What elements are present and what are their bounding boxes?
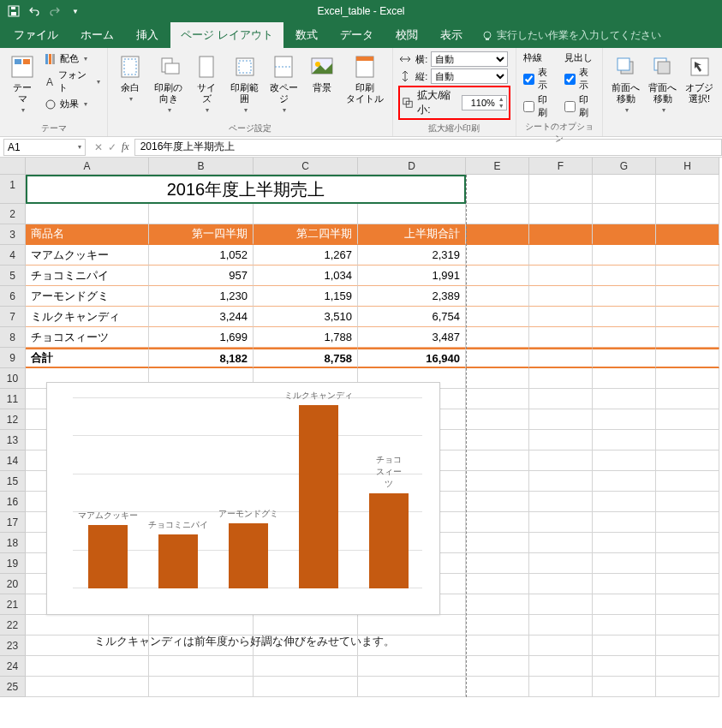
cell[interactable]: 1,052 <box>149 245 254 266</box>
cell[interactable] <box>656 327 719 348</box>
cell[interactable] <box>656 594 719 615</box>
cell[interactable] <box>466 286 529 307</box>
selection-pane-button[interactable]: オブジ 選択! <box>682 51 717 136</box>
headings-print-checkbox[interactable]: 印刷 <box>564 93 595 119</box>
cell[interactable] <box>593 451 656 471</box>
cell[interactable] <box>656 430 719 451</box>
cell[interactable] <box>26 204 149 224</box>
cell[interactable] <box>593 245 656 266</box>
cell[interactable] <box>466 307 529 327</box>
bring-forward-button[interactable]: 前面へ 移動▾ <box>608 51 643 136</box>
cell[interactable] <box>656 512 719 533</box>
cell[interactable] <box>529 594 593 615</box>
cell[interactable] <box>593 574 656 594</box>
cell[interactable]: 1,034 <box>254 266 358 286</box>
row-header[interactable]: 23 <box>0 636 26 656</box>
tab-insert[interactable]: 挿入 <box>126 22 169 48</box>
row-header[interactable]: 22 <box>0 615 26 636</box>
cell[interactable] <box>656 286 719 307</box>
cell[interactable] <box>593 594 656 615</box>
cell[interactable] <box>593 368 656 389</box>
cell[interactable] <box>593 471 656 492</box>
qat-dropdown-icon[interactable]: ▼ <box>69 4 82 18</box>
cell[interactable] <box>149 677 254 697</box>
title-cell[interactable]: 2016年度上半期売上 <box>26 175 466 204</box>
cell[interactable] <box>593 677 656 697</box>
cell[interactable] <box>358 656 466 677</box>
cell[interactable] <box>466 368 529 389</box>
gridlines-print-checkbox[interactable]: 印刷 <box>523 93 554 119</box>
cell[interactable] <box>656 677 719 697</box>
column-header[interactable]: D <box>358 158 466 175</box>
cell[interactable] <box>254 656 358 677</box>
name-box[interactable]: A1 ▾ <box>3 139 86 156</box>
row-header[interactable]: 20 <box>0 574 26 594</box>
cell[interactable]: アーモンドグミ <box>26 286 149 307</box>
cell[interactable] <box>529 409 593 430</box>
cell[interactable] <box>466 512 529 533</box>
themes-button[interactable]: テーマ▾ <box>5 51 39 117</box>
cell[interactable] <box>593 327 656 348</box>
cell[interactable] <box>593 553 656 574</box>
spin-down-icon[interactable]: ▼ <box>497 103 506 110</box>
row-header[interactable]: 7 <box>0 307 26 327</box>
cell[interactable]: 8,182 <box>149 348 254 368</box>
row-header[interactable]: 1 <box>0 175 26 204</box>
cell[interactable] <box>656 656 719 677</box>
tab-file[interactable]: ファイル <box>3 22 69 48</box>
row-header[interactable]: 14 <box>0 451 26 471</box>
name-box-dropdown-icon[interactable]: ▾ <box>78 143 81 151</box>
cell[interactable]: 1,788 <box>254 327 358 348</box>
undo-icon[interactable] <box>27 4 41 18</box>
margins-button[interactable]: 余白▾ <box>113 51 147 106</box>
spin-up-icon[interactable]: ▲ <box>497 96 506 103</box>
cell[interactable] <box>593 430 656 451</box>
cell[interactable] <box>656 492 719 512</box>
fonts-button[interactable]: Aフォント▾ <box>43 68 102 95</box>
height-select[interactable]: 自動 <box>431 69 508 84</box>
cell[interactable] <box>656 389 719 409</box>
cell[interactable] <box>149 656 254 677</box>
cell[interactable] <box>149 615 254 636</box>
column-header[interactable]: C <box>254 158 358 175</box>
cell[interactable]: マアムクッキー <box>26 245 149 266</box>
cell[interactable] <box>593 266 656 286</box>
cell[interactable] <box>656 471 719 492</box>
cell[interactable]: 957 <box>149 266 254 286</box>
cell[interactable] <box>593 512 656 533</box>
cell[interactable] <box>529 677 593 697</box>
cell[interactable] <box>529 224 593 245</box>
cell[interactable] <box>529 245 593 266</box>
cell[interactable] <box>529 286 593 307</box>
row-header[interactable]: 25 <box>0 677 26 697</box>
cell[interactable] <box>358 204 466 224</box>
width-select[interactable]: 自動 <box>431 51 508 67</box>
cell[interactable]: 2,389 <box>358 286 466 307</box>
row-header[interactable]: 21 <box>0 594 26 615</box>
cell[interactable] <box>26 656 149 677</box>
cell[interactable] <box>466 574 529 594</box>
cell[interactable] <box>656 368 719 389</box>
cell[interactable]: ミルクキャンディ <box>26 307 149 327</box>
cell[interactable]: 第二四半期 <box>254 224 358 245</box>
cell[interactable] <box>593 533 656 553</box>
cell[interactable]: 1,159 <box>254 286 358 307</box>
cell[interactable] <box>466 533 529 553</box>
cell[interactable] <box>529 204 593 224</box>
row-header[interactable]: 18 <box>0 533 26 553</box>
enter-icon[interactable]: ✓ <box>108 141 116 153</box>
cell[interactable] <box>656 175 719 204</box>
row-header[interactable]: 13 <box>0 430 26 451</box>
cell[interactable] <box>529 656 593 677</box>
row-header[interactable]: 3 <box>0 224 26 245</box>
column-header[interactable]: A <box>26 158 149 175</box>
row-header[interactable]: 8 <box>0 327 26 348</box>
scale-input[interactable] <box>462 98 497 108</box>
cell[interactable]: 1,267 <box>254 245 358 266</box>
cell[interactable] <box>529 471 593 492</box>
redo-icon[interactable] <box>48 4 62 18</box>
tab-home[interactable]: ホーム <box>70 22 124 48</box>
cell[interactable] <box>656 574 719 594</box>
cell[interactable] <box>466 175 529 204</box>
breaks-button[interactable]: 改ページ▾ <box>266 51 301 117</box>
